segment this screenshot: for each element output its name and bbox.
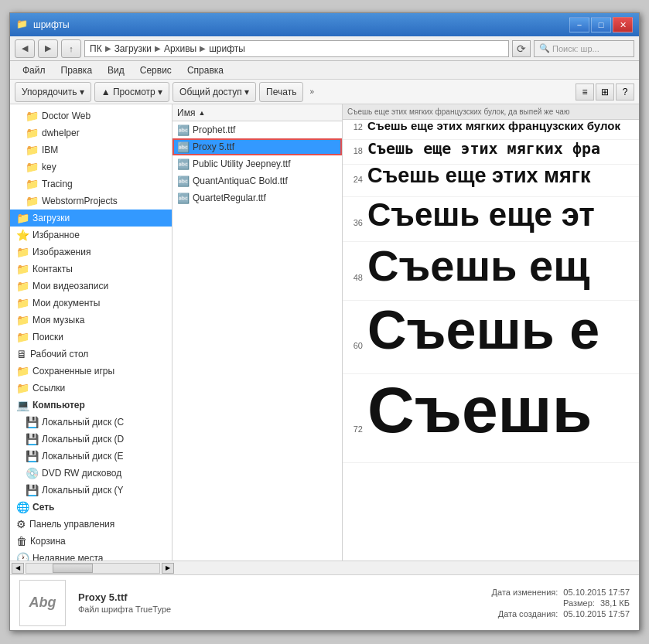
path-segment-archives: Архивы bbox=[164, 43, 196, 54]
menu-edit[interactable]: Правка bbox=[55, 63, 99, 77]
nav-item-searches[interactable]: 📁 Поиски bbox=[10, 329, 172, 346]
nav-item-control-panel[interactable]: ⚙ Панель управления bbox=[10, 516, 172, 533]
forward-button[interactable]: ▶ bbox=[38, 39, 58, 58]
nav-label: Рабочий стол bbox=[30, 349, 88, 359]
share-button[interactable]: Общий доступ ▾ bbox=[172, 82, 256, 102]
nav-item-dvd[interactable]: 💿 DVD RW дисковод bbox=[10, 465, 172, 482]
folder-icon: 📁 bbox=[26, 161, 39, 173]
print-button[interactable]: Печать bbox=[259, 82, 303, 102]
nav-item-saved-games[interactable]: 📁 Сохраненные игры bbox=[10, 363, 172, 380]
scroll-right-button[interactable]: ▶ bbox=[162, 563, 174, 574]
menu-view[interactable]: Вид bbox=[101, 63, 131, 77]
dvd-icon: 💿 bbox=[26, 467, 39, 479]
created-label: Дата создания: bbox=[498, 609, 558, 618]
status-created: Дата создания: 05.10.2015 17:57 bbox=[492, 609, 630, 618]
menu-service[interactable]: Сервис bbox=[134, 63, 178, 77]
nav-item-links[interactable]: 📁 Ссылки bbox=[10, 380, 172, 397]
preview-text-18: Съешь еще этих мягких фра bbox=[367, 140, 600, 157]
name-column-label: Имя bbox=[177, 107, 195, 118]
nav-item-contacts[interactable]: 📁 Контакты bbox=[10, 261, 172, 278]
nav-item-images[interactable]: 📁 Изображения bbox=[10, 244, 172, 261]
search-box[interactable]: 🔍 Поиск: шр... bbox=[534, 40, 634, 57]
preview-header: Съешь еще этих мягких французских булок,… bbox=[343, 104, 639, 120]
status-modified: Дата изменения: 05.10.2015 17:57 bbox=[492, 588, 630, 597]
file-item-prophet[interactable]: 🔤 Prophet.ttf bbox=[172, 121, 342, 138]
preview-text-72: Съешь bbox=[367, 374, 592, 445]
nav-item-favorites[interactable]: ⭐ Избранное bbox=[10, 227, 172, 244]
font-file-icon: 🔤 bbox=[177, 141, 190, 153]
nav-label: Сохраненные игры bbox=[32, 366, 114, 377]
folder-icon: 📁 bbox=[16, 331, 29, 343]
menu-help[interactable]: Справка bbox=[181, 63, 230, 77]
file-item-quartet[interactable]: 🔤 QuartetRegular.ttf bbox=[172, 189, 342, 206]
folder-icon: 📁 bbox=[26, 127, 39, 139]
nav-label: Локальный диск (D bbox=[42, 434, 124, 445]
more-indicator[interactable]: » bbox=[306, 87, 317, 96]
nav-item-computer[interactable]: 💻 Компьютер bbox=[10, 397, 172, 414]
folder-icon: 📁 bbox=[16, 280, 29, 292]
title-bar-left: 📁 шрифты bbox=[16, 19, 70, 31]
nav-item-desktop[interactable]: 🖥 Рабочий стол bbox=[10, 346, 172, 363]
tile-view-button[interactable]: ⊞ bbox=[596, 83, 614, 101]
nav-item-tracing[interactable]: 📁 Tracing bbox=[10, 175, 172, 193]
list-view-button[interactable]: ≡ bbox=[576, 83, 594, 101]
preview-row-12: 12 Съешь еще этих мягких французских бул… bbox=[343, 120, 639, 140]
nav-item-recent[interactable]: 🕐 Недавние места bbox=[10, 550, 172, 561]
address-path[interactable]: ПК ▶ Загрузки ▶ Архивы ▶ шрифты bbox=[84, 40, 509, 57]
preview-text-48: Съешь ещ bbox=[367, 242, 589, 290]
help-button[interactable]: ? bbox=[616, 83, 634, 101]
minimize-button[interactable]: − bbox=[569, 17, 589, 32]
file-panel: Имя ▲ 🔤 Prophet.ttf 🔤 Proxy 5.ttf 🔤 Publ… bbox=[172, 104, 343, 561]
font-size-label: 36 bbox=[346, 218, 367, 227]
nav-item-doctorweb[interactable]: 📁 Doctor Web bbox=[10, 107, 172, 124]
nav-label: Локальный диск (E bbox=[42, 451, 124, 462]
nav-item-music[interactable]: 📁 Моя музыка bbox=[10, 312, 172, 329]
preview-text-12: Съешь еще этих мягких французских булок bbox=[367, 120, 620, 133]
main-content: 📁 Doctor Web 📁 dwhelper 📁 IBM 📁 key 📁 Tr… bbox=[10, 104, 639, 561]
trash-icon: 🗑 bbox=[16, 535, 27, 547]
status-bar: Abg Proxy 5.ttf Файл шрифта TrueType Дат… bbox=[10, 574, 639, 630]
organize-button[interactable]: Упорядочить ▾ bbox=[15, 82, 91, 102]
nav-panel: 📁 Doctor Web 📁 dwhelper 📁 IBM 📁 key 📁 Tr… bbox=[10, 104, 172, 561]
refresh-button[interactable]: ⟳ bbox=[512, 40, 531, 57]
menu-file[interactable]: Файл bbox=[16, 63, 52, 77]
back-button[interactable]: ◀ bbox=[15, 39, 35, 58]
file-item-proxy5[interactable]: 🔤 Proxy 5.ttf bbox=[172, 138, 342, 155]
nav-item-disk-y[interactable]: 💾 Локальный диск (Y bbox=[10, 482, 172, 499]
file-item-public-utility[interactable]: 🔤 Public Utility Jeepney.ttf bbox=[172, 155, 342, 172]
menu-bar: Файл Правка Вид Сервис Справка bbox=[10, 61, 639, 80]
nav-label: Ссылки bbox=[32, 383, 65, 394]
font-size-label: 18 bbox=[346, 146, 367, 155]
maximize-button[interactable]: □ bbox=[591, 17, 611, 32]
nav-item-documents[interactable]: 📁 Мои документы bbox=[10, 295, 172, 312]
view-button[interactable]: ▲ Просмотр ▾ bbox=[94, 82, 169, 102]
nav-item-disk-c[interactable]: 💾 Локальный диск (C bbox=[10, 414, 172, 431]
scroll-thumb[interactable] bbox=[53, 564, 93, 573]
nav-label: Локальный диск (C bbox=[42, 417, 124, 428]
nav-item-disk-e[interactable]: 💾 Локальный диск (E bbox=[10, 448, 172, 465]
font-size-label: 72 bbox=[346, 424, 367, 434]
file-list-header[interactable]: Имя ▲ bbox=[172, 104, 342, 121]
nav-label: Загрузки bbox=[32, 213, 70, 223]
nav-item-dwhelper[interactable]: 📁 dwhelper bbox=[10, 124, 172, 141]
close-button[interactable]: ✕ bbox=[613, 17, 633, 32]
nav-item-disk-d[interactable]: 💾 Локальный диск (D bbox=[10, 431, 172, 448]
nav-item-network[interactable]: 🌐 Сеть bbox=[10, 499, 172, 516]
status-icon-text: Abg bbox=[29, 595, 56, 611]
modified-label: Дата изменения: bbox=[492, 588, 558, 597]
nav-item-key[interactable]: 📁 key bbox=[10, 158, 172, 175]
nav-item-webstorm[interactable]: 📁 WebstormProjects bbox=[10, 193, 172, 210]
nav-item-downloads[interactable]: 📁 Загрузки bbox=[10, 210, 172, 227]
up-button[interactable]: ↑ bbox=[61, 39, 81, 58]
scroll-track[interactable] bbox=[26, 563, 160, 574]
main-window: 📁 шрифты − □ ✕ ◀ ▶ ↑ ПК ▶ Загрузки ▶ Арх… bbox=[9, 12, 640, 631]
horizontal-scrollbar: ◀ ▶ bbox=[10, 561, 639, 574]
nav-label: DVD RW дисковод bbox=[42, 468, 121, 479]
search-placeholder: Поиск: шр... bbox=[552, 44, 599, 53]
nav-item-videos[interactable]: 📁 Мои видеозаписи bbox=[10, 278, 172, 295]
scroll-left-button[interactable]: ◀ bbox=[12, 563, 24, 574]
favorites-icon: ⭐ bbox=[16, 229, 29, 241]
nav-item-ibm[interactable]: 📁 IBM bbox=[10, 141, 172, 158]
file-item-quantantiqua[interactable]: 🔤 QuantAntiquaC Bold.ttf bbox=[172, 172, 342, 189]
nav-item-trash[interactable]: 🗑 Корзина bbox=[10, 533, 172, 550]
